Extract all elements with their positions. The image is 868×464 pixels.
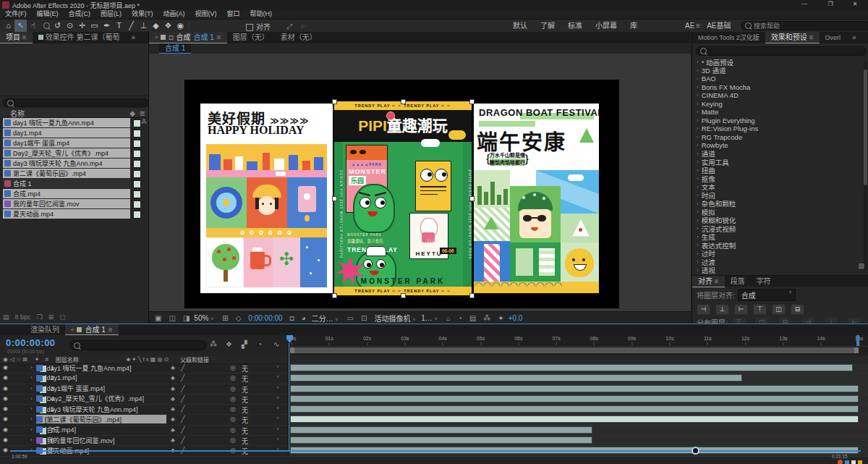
selection-handle[interactable] (332, 293, 337, 298)
layer-switches[interactable]: ♣╱ (171, 364, 190, 371)
home-tool[interactable]: ⌂ (2, 20, 14, 32)
layer-twirl-icon[interactable]: › (30, 436, 33, 443)
selection-handle[interactable] (332, 99, 337, 104)
effects-category[interactable]: ›抠像 (692, 174, 863, 183)
parent-pickwhip-icon[interactable]: ◎ (230, 364, 236, 371)
selection-handle[interactable] (469, 196, 475, 201)
layer-eye-icon[interactable]: ◉ (3, 405, 8, 412)
layer-name-cell[interactable]: [day1端午 蛋蛋.mp4] (36, 384, 166, 393)
trash-icon[interactable]: ▢ (59, 313, 66, 321)
twirl-icon[interactable]: › (697, 101, 699, 107)
twirl-icon[interactable]: › (697, 117, 699, 124)
snapshot-icon[interactable]: ◘ (287, 312, 297, 324)
comp-navigator-chip[interactable]: 合成 1 (159, 43, 191, 54)
effects-tabs-overflow[interactable]: » (846, 32, 862, 43)
layer-eye-icon[interactable]: ◉ (3, 426, 8, 433)
parent-pickwhip-icon[interactable]: ◎ (230, 416, 236, 423)
workspace-标准[interactable]: 标准 (561, 20, 589, 32)
layer-duration-bar[interactable] (290, 374, 742, 381)
eraser-tool[interactable]: ◆ (150, 20, 162, 32)
layer-parent-dropdown[interactable]: 无˅ (242, 426, 279, 436)
layer-eye-icon[interactable]: ◉ (3, 416, 8, 422)
layer-switches[interactable]: ♣╱ (171, 385, 190, 392)
clone-stamp-tool[interactable]: ⊥ (137, 20, 150, 32)
layer-twirl-icon[interactable]: › (30, 374, 33, 381)
pan-behind-tool[interactable]: ✛ (76, 20, 88, 32)
project-item[interactable]: day3 嗨玩摩天轮 九鱼Ann.mp4 (1, 159, 147, 168)
snap-checkbox[interactable] (246, 24, 253, 31)
label-color-chip[interactable] (133, 119, 141, 127)
selection-handle[interactable] (401, 99, 406, 104)
comp-flowchart-icon[interactable]: ⁂ (480, 312, 493, 324)
workspace-小屏幕[interactable]: 小屏幕 (589, 20, 624, 32)
workspace-ae[interactable]: AE (678, 20, 696, 32)
twirl-icon[interactable]: › (697, 175, 699, 182)
effects-category[interactable]: ›Rowbyte (692, 141, 863, 150)
layer-name-cell[interactable]: [第二课《葡萄乐园》.mp4] (36, 415, 166, 423)
poster-pipi-trendy-play[interactable]: TRENDY PLAY ✂ ✂ TRENDY PLAY ✂ ✂ PIPI童趣潮玩… (334, 101, 472, 295)
channels-icon[interactable]: ◕ (299, 312, 309, 324)
layer-twirl-icon[interactable]: › (30, 364, 33, 371)
motion-blur-icon[interactable]: ◔ (255, 338, 265, 350)
label-color-chip[interactable] (133, 150, 141, 158)
parent-pickwhip-icon[interactable]: ◎ (230, 385, 236, 392)
timeline-layer-row[interactable]: ◉›3♣╱◎无˅[day1端午 蛋蛋.mp4] (0, 384, 288, 395)
layer-duration-bar[interactable] (290, 385, 859, 392)
tab-effect-controls[interactable]: 效果控件 第二课（葡萄 (33, 32, 126, 43)
twirl-icon[interactable]: › (697, 250, 699, 257)
parent-pickwhip-icon[interactable]: ◎ (230, 405, 236, 413)
timeline-layer-row[interactable]: ◉›5♣╱◎无˅[day3 嗨玩摩天轮 九鱼Ann.mp4] (0, 405, 288, 415)
frame-blending-icon[interactable]: ▞ (239, 338, 250, 350)
layer-name-cell[interactable]: [我的童年回忆阅鉴.mov] (36, 436, 166, 444)
menu-文件[interactable]: 文件(F) (0, 9, 32, 19)
primary-viewer-icon[interactable]: ◫ (166, 312, 178, 324)
mini-flowchart-icon[interactable]: ◨ (180, 312, 192, 324)
layer-duration-bar[interactable] (290, 364, 853, 371)
time-ruler[interactable]: :00s01s02s03s04s05s06s07s08s09s10s11s12s… (289, 335, 868, 347)
viewer-viewport[interactable]: 美好假期 ≫≫≫≫ HAPPY HOLIDAY (149, 54, 691, 311)
effects-category[interactable]: ›Matte (692, 108, 863, 117)
rotate-tool[interactable]: ↺ (51, 20, 64, 32)
layer-name-column[interactable]: 图层名称 (56, 355, 79, 363)
scrollbar-handle[interactable] (692, 447, 699, 455)
puppet-pin-tool[interactable]: ◉ (174, 20, 187, 32)
layer-switches[interactable]: ♣╱ (171, 426, 190, 434)
composition-flowchart-icon[interactable]: ⁂ (207, 338, 220, 350)
selection-handle[interactable] (469, 99, 475, 104)
layer-twirl-icon[interactable]: › (30, 395, 33, 402)
help-search[interactable]: 搜索帮助 (741, 21, 868, 30)
twirl-icon[interactable]: › (697, 225, 699, 232)
layer-parent-dropdown[interactable]: 无˅ (242, 364, 279, 374)
reset-exposure-icon[interactable]: ✦ (495, 312, 506, 324)
maximize-button[interactable]: ❐ (820, 1, 841, 7)
menu-视图[interactable]: 视图(V) (190, 9, 222, 19)
timeline-layer-row[interactable]: ◉›6♣╱◎无˅[第二课《葡萄乐园》.mp4] (0, 415, 288, 425)
layer-eye-icon[interactable]: ◉ (3, 374, 8, 381)
panel-resize-icon[interactable]: ▨ (858, 262, 864, 269)
twirl-icon[interactable]: › (697, 234, 699, 240)
workspace-了解[interactable]: 了解 (534, 20, 561, 32)
view-layout-dropdown[interactable]: 1… ˅ (421, 314, 437, 322)
camera-dropdown[interactable]: 活动摄像机 ˅ (374, 313, 415, 324)
effects-category[interactable]: ›Plugin Everything (692, 117, 863, 125)
layer-twirl-icon[interactable]: › (30, 426, 33, 433)
timeline-button-icon[interactable]: ▤ (467, 312, 479, 324)
roto-brush-tool[interactable]: ❖ (162, 20, 174, 32)
pixel-aspect-icon[interactable]: ⌂ (443, 312, 454, 324)
menu-编辑[interactable]: 编辑(E) (32, 9, 64, 19)
layer-name-cell[interactable]: [合成.mp4] (36, 426, 166, 434)
layer-switches[interactable]: ♣╱ (171, 374, 190, 381)
align-center-h-button[interactable]: ⊥ (715, 304, 729, 315)
effects-category[interactable]: ›杂色和颗粒 (692, 200, 863, 208)
effects-scrollbar[interactable] (864, 61, 867, 271)
parent-pickwhip-icon[interactable]: ◎ (230, 374, 236, 381)
layer-switches[interactable]: ♣╱ (171, 416, 190, 423)
twirl-icon[interactable]: › (697, 208, 699, 215)
twirl-icon[interactable]: › (697, 125, 699, 132)
parent-pickwhip-icon[interactable]: ◎ (230, 395, 236, 402)
menu-窗口[interactable]: 窗口 (222, 9, 245, 19)
project-item[interactable]: 第二课《葡萄乐园》.mp4 (1, 169, 147, 178)
align-to-dropdown[interactable]: 合成˅ (738, 289, 796, 301)
twirl-icon[interactable]: › (697, 134, 699, 140)
label-color-chip[interactable] (133, 201, 141, 208)
